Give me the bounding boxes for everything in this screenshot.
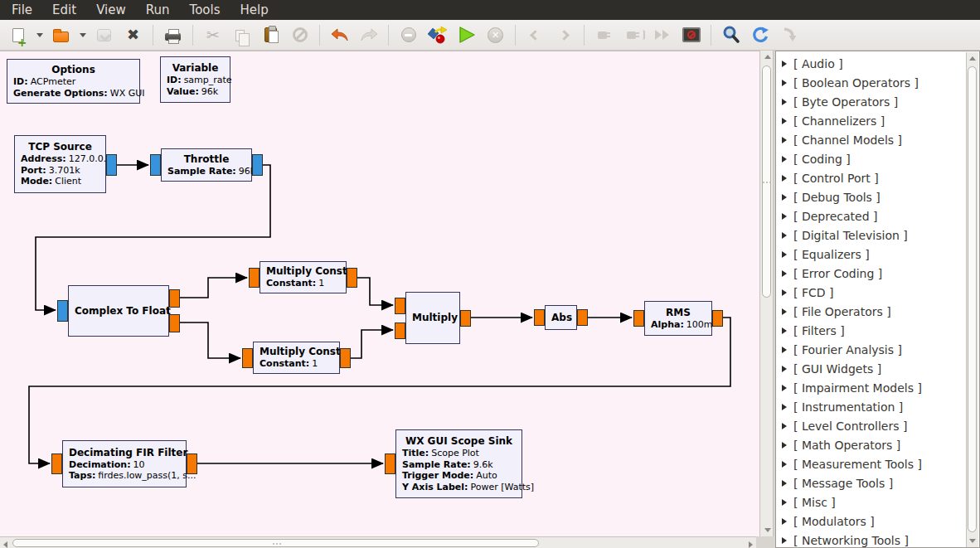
print-button[interactable] — [158, 22, 187, 47]
sidebar-item-measurement-tools[interactable]: [ Measurement Tools ] — [776, 454, 966, 473]
scroll-down-arrow-icon[interactable] — [969, 539, 976, 543]
block-multiply-const-2[interactable]: Multiply Const Constant:1 — [253, 342, 340, 374]
canvas-vscroll-thumb[interactable] — [762, 65, 771, 298]
scroll-left-arrow-icon[interactable] — [3, 541, 7, 548]
expander-icon[interactable] — [782, 423, 787, 429]
scroll-down-arrow-icon[interactable] — [764, 528, 771, 532]
sidebar-scrollbar[interactable] — [966, 52, 978, 547]
block-options[interactable]: Options ID:ACPmeter Generate Options:WX … — [7, 59, 140, 104]
menu-run[interactable]: Run — [136, 1, 180, 19]
paste-button[interactable] — [256, 22, 285, 47]
expander-icon[interactable] — [782, 461, 787, 468]
expander-icon[interactable] — [782, 518, 787, 525]
open-recent-dropdown[interactable] — [75, 22, 90, 47]
sidebar-item-gui-widgets[interactable]: [ GUI Widgets ] — [776, 359, 966, 378]
menu-tools[interactable]: Tools — [180, 1, 230, 19]
enable-blocks-button[interactable] — [619, 22, 648, 47]
sidebar-item-instrumentation[interactable]: [ Instrumentation ] — [776, 397, 966, 416]
scroll-right-arrow-icon[interactable] — [749, 541, 753, 548]
forward-button[interactable] — [550, 22, 579, 47]
expander-icon[interactable] — [782, 480, 787, 487]
save-button[interactable] — [90, 22, 119, 47]
expander-icon[interactable] — [782, 194, 787, 201]
sidebar-item-byte-operators[interactable]: [ Byte Operators ] — [776, 92, 966, 111]
bypass-blocks-button[interactable] — [648, 22, 677, 47]
multiply-const-1-input-port[interactable] — [249, 268, 260, 288]
disable-blocks-button[interactable] — [589, 22, 619, 47]
find-block-button[interactable] — [716, 22, 745, 47]
sidebar-item-message-tools[interactable]: [ Message Tools ] — [776, 473, 966, 492]
sidebar-item-fourier-analysis[interactable]: [ Fourier Analysis ] — [776, 340, 966, 359]
expander-icon[interactable] — [782, 270, 787, 277]
block-tcp-source[interactable]: TCP Source Address:127.0.0.1 Port:3.701k… — [14, 135, 106, 193]
block-rms[interactable]: RMS Alpha:100m — [644, 301, 712, 336]
expander-icon[interactable] — [782, 327, 787, 334]
sidebar-item-networking-tools[interactable]: [ Networking Tools ] — [776, 531, 966, 548]
sidebar-item-coding[interactable]: [ Coding ] — [776, 149, 966, 168]
throttle-output-port[interactable] — [252, 154, 263, 176]
rms-output-port[interactable] — [712, 310, 723, 327]
expander-icon[interactable] — [782, 499, 787, 506]
block-multiply-const-1[interactable]: Multiply Const Constant:1 — [260, 261, 347, 293]
expander-icon[interactable] — [782, 347, 787, 353]
execute-button[interactable] — [452, 22, 481, 47]
complex-to-float-output-port-0[interactable] — [169, 289, 180, 308]
sidebar-item-audio[interactable]: [ Audio ] — [776, 54, 966, 73]
expander-icon[interactable] — [782, 80, 787, 86]
expander-icon[interactable] — [782, 404, 787, 410]
expander-icon[interactable] — [782, 137, 787, 143]
sidebar-item-modulators[interactable]: [ Modulators ] — [776, 512, 966, 531]
expander-icon[interactable] — [782, 537, 787, 544]
down-arrow-button[interactable] — [774, 22, 803, 47]
multiply-const-1-output-port[interactable] — [347, 268, 357, 288]
sidebar-item-channelizers[interactable]: [ Channelizers ] — [776, 111, 966, 130]
close-button[interactable]: ✖ — [119, 22, 148, 47]
multiply-const-2-output-port[interactable] — [340, 348, 351, 368]
redo-button[interactable] — [354, 22, 383, 47]
expander-icon[interactable] — [782, 366, 787, 372]
flowgraph-canvas[interactable]: Options ID:ACPmeter Generate Options:WX … — [0, 51, 759, 536]
menu-edit[interactable]: Edit — [42, 1, 86, 19]
copy-button[interactable] — [227, 22, 256, 47]
sidebar-item-filters[interactable]: [ Filters ] — [776, 321, 966, 340]
sidebar-item-debug-tools[interactable]: [ Debug Tools ] — [776, 187, 966, 206]
complex-to-float-input-port[interactable] — [57, 300, 68, 322]
tcp-source-output-port[interactable] — [106, 154, 117, 176]
back-button[interactable] — [521, 22, 550, 47]
sidebar-item-level-controllers[interactable]: [ Level Controllers ] — [776, 416, 966, 435]
sidebar-item-equalizers[interactable]: [ Equalizers ] — [776, 245, 966, 264]
throttle-input-port[interactable] — [150, 154, 161, 176]
sidebar-item-error-coding[interactable]: [ Error Coding ] — [776, 264, 966, 283]
undo-button[interactable] — [325, 22, 354, 47]
expander-icon[interactable] — [782, 251, 787, 258]
block-throttle[interactable]: Throttle Sample Rate:96k — [161, 148, 252, 182]
canvas-hscroll-thumb[interactable] — [12, 539, 539, 547]
expander-icon[interactable] — [782, 213, 787, 220]
scope-sink-input-port[interactable] — [385, 453, 395, 474]
complex-to-float-output-port-1[interactable] — [169, 314, 180, 332]
reload-blocks-button[interactable] — [745, 22, 774, 47]
expander-icon[interactable] — [782, 385, 787, 391]
multiply-input-port-0[interactable] — [395, 298, 405, 314]
canvas-horizontal-scrollbar[interactable] — [0, 536, 756, 548]
hide-disabled-button[interactable] — [677, 22, 706, 47]
multiply-const-2-input-port[interactable] — [242, 348, 253, 368]
fir-filter-input-port[interactable] — [51, 453, 62, 474]
menu-view[interactable]: View — [86, 1, 136, 19]
block-wx-gui-scope-sink[interactable]: WX GUI Scope Sink Title:Scope Plot Sampl… — [395, 429, 522, 498]
sidebar-item-control-port[interactable]: [ Control Port ] — [776, 168, 966, 187]
abs-input-port[interactable] — [534, 309, 545, 326]
expander-icon[interactable] — [782, 308, 787, 315]
sidebar-item-boolean-operators[interactable]: [ Boolean Operators ] — [776, 73, 966, 92]
canvas-vertical-scrollbar[interactable] — [759, 51, 774, 536]
block-variable[interactable]: Variable ID:samp_rate Value:96k — [160, 56, 230, 103]
block-abs[interactable]: Abs — [545, 305, 577, 330]
sidebar-item-math-operators[interactable]: [ Math Operators ] — [776, 435, 966, 454]
cut-button[interactable]: ✂ — [198, 22, 227, 47]
block-multiply[interactable]: Multiply — [405, 292, 460, 344]
sidebar-item-impairment-models[interactable]: [ Impairment Models ] — [776, 378, 966, 397]
sidebar-item-channel-models[interactable]: [ Channel Models ] — [776, 130, 966, 149]
expander-icon[interactable] — [782, 442, 787, 449]
scroll-up-arrow-icon[interactable] — [764, 55, 771, 59]
scroll-up-arrow-icon[interactable] — [969, 56, 976, 61]
